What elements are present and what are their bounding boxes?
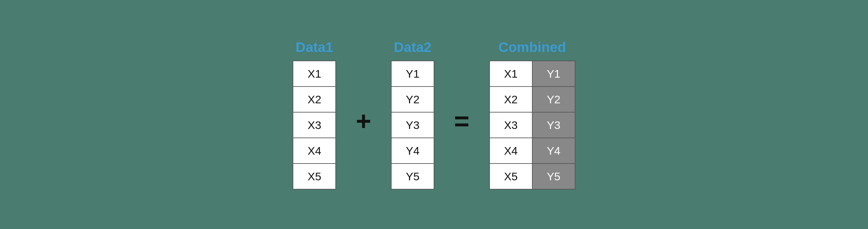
data2-block: Data2 Y1Y2Y3Y4Y5 [391, 39, 434, 190]
data1-cell: X2 [293, 87, 336, 112]
combined-table: X1Y1X2Y2X3Y3X4Y4X5Y5 [489, 61, 576, 190]
combined-cell-y: Y4 [532, 138, 575, 164]
data1-table: X1X2X3X4X5 [292, 61, 336, 190]
data2-cell: Y3 [391, 112, 434, 138]
combined-cell-x: X3 [490, 112, 532, 138]
data2-cell: Y5 [391, 164, 434, 189]
plus-operator: + [356, 108, 371, 134]
combined-cell-x: X5 [490, 164, 532, 189]
combined-cell-y: Y1 [532, 61, 575, 87]
data1-cell: X3 [293, 112, 336, 138]
combined-cell-x: X4 [490, 138, 532, 164]
data2-cell: Y1 [391, 61, 434, 87]
equals-operator: = [454, 108, 469, 134]
combined-cell-y: Y3 [532, 112, 575, 138]
data1-block: Data1 X1X2X3X4X5 [292, 39, 336, 190]
combined-cell-x: X2 [490, 87, 532, 112]
combined-title: Combined [498, 39, 566, 55]
combined-cell-y: Y2 [532, 87, 575, 112]
combined-cell-y: Y5 [532, 164, 575, 189]
data2-table: Y1Y2Y3Y4Y5 [391, 61, 434, 190]
data1-cell: X5 [293, 164, 336, 189]
data1-cell: X1 [293, 61, 336, 87]
data2-title: Data2 [394, 39, 431, 55]
main-container: Data1 X1X2X3X4X5 + Data2 Y1Y2Y3Y4Y5 = Co… [292, 39, 575, 190]
data1-cell: X4 [293, 138, 336, 164]
combined-block: Combined X1Y1X2Y2X3Y3X4Y4X5Y5 [489, 39, 576, 190]
data2-cell: Y2 [391, 87, 434, 112]
data2-cell: Y4 [391, 138, 434, 164]
data1-title: Data1 [296, 39, 333, 55]
combined-cell-x: X1 [490, 61, 532, 87]
